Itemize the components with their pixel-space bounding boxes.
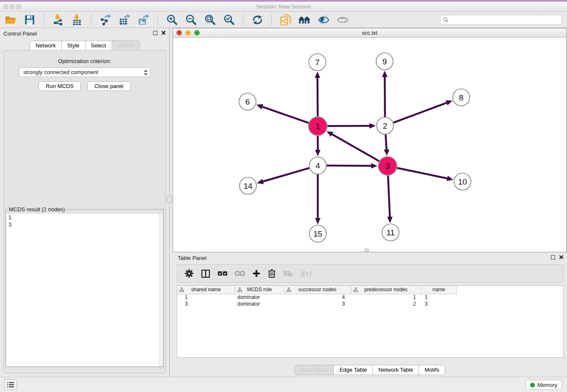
table-cell[interactable]: 4	[284, 294, 351, 301]
hide-panels-icon[interactable]	[317, 14, 330, 26]
task-list-icon	[7, 382, 14, 388]
control-panel-tabs: Network Style Select MCDS	[0, 41, 169, 51]
table-cell[interactable]: dominator	[235, 301, 284, 307]
import-network-icon[interactable]	[52, 14, 64, 26]
settings-icon[interactable]	[185, 269, 193, 278]
float-table-panel-icon[interactable]	[551, 255, 555, 259]
table-cell[interactable]: 1	[351, 294, 421, 301]
vertical-splitter-handle[interactable]	[167, 196, 172, 203]
tab-edge-table[interactable]: Edge Table	[333, 365, 373, 375]
mcds-result-list[interactable]: 13	[6, 214, 163, 366]
graph-node-label: 11	[386, 228, 395, 237]
table-cell[interactable]: 3	[421, 301, 457, 307]
column-header[interactable]: predecessor nodes	[351, 286, 421, 294]
column-header[interactable]: shared name	[177, 286, 235, 294]
memory-status-icon	[530, 383, 535, 387]
network-window-titlebar[interactable]: ✕ − + scc.txt	[173, 28, 566, 38]
table-cell[interactable]: 1	[421, 294, 457, 301]
graph-node-label: 14	[243, 182, 253, 190]
add-row-icon[interactable]	[253, 270, 260, 277]
table-cell[interactable]: 3	[284, 301, 351, 307]
show-network-overview-icon[interactable]	[298, 14, 311, 26]
search-input[interactable]	[450, 17, 559, 23]
open-session-icon[interactable]	[4, 14, 17, 26]
save-session-icon[interactable]	[23, 14, 36, 26]
table-cell[interactable]: dominator	[235, 294, 284, 301]
close-panel-button[interactable]: Close panel	[87, 81, 131, 91]
show-panels-icon[interactable]	[336, 14, 349, 26]
close-panel-icon[interactable]	[161, 30, 166, 35]
graph-edge[interactable]	[261, 107, 309, 123]
tab-select[interactable]: Select	[85, 41, 112, 51]
run-mcds-button[interactable]: Run MCDS	[39, 81, 81, 91]
deselect-all-rows-icon[interactable]	[235, 271, 245, 276]
tab-node-table[interactable]: Node Table	[295, 365, 334, 375]
graph-edge[interactable]	[385, 134, 386, 150]
zoom-selected-icon[interactable]	[223, 14, 235, 26]
memory-label: Memory	[537, 382, 557, 388]
attribute-icon	[179, 287, 184, 292]
graph-node-label: 7	[315, 58, 320, 67]
export-network-icon[interactable]	[99, 14, 112, 26]
memory-button[interactable]: Memory	[526, 380, 562, 390]
result-scrollbar[interactable]	[159, 214, 163, 366]
tab-style[interactable]: Style	[61, 41, 85, 51]
graph-edge-arrowhead	[382, 71, 388, 77]
graph-edge-arrowhead	[369, 123, 376, 129]
graph-node-label: 10	[458, 177, 467, 186]
table-cell[interactable]: 1	[177, 294, 235, 301]
graph-edge[interactable]	[393, 102, 447, 123]
tab-network-table[interactable]: Network Table	[372, 365, 419, 375]
zoom-fit-icon[interactable]	[204, 14, 216, 26]
show-column-icon[interactable]	[201, 270, 210, 278]
network-view-title: scc.txt	[173, 30, 566, 36]
select-all-rows-icon[interactable]	[218, 271, 227, 276]
column-header[interactable]: name	[421, 286, 457, 294]
graph-edge-arrowhead	[387, 217, 393, 223]
graph-edge[interactable]	[385, 76, 385, 117]
search-icon	[443, 17, 449, 22]
column-header[interactable]: MCDS role	[235, 286, 284, 294]
search-field[interactable]	[440, 15, 562, 25]
export-table-icon[interactable]	[118, 14, 131, 26]
import-table-icon[interactable]	[71, 14, 83, 26]
table-toolbar: f(x)	[177, 264, 564, 283]
graph-edge[interactable]	[317, 77, 318, 117]
close-table-panel-icon[interactable]	[559, 255, 564, 259]
refresh-icon[interactable]	[251, 14, 264, 26]
task-history-button[interactable]	[4, 379, 17, 390]
zoom-out-icon[interactable]	[184, 14, 197, 26]
toolbar-separator	[243, 14, 243, 26]
graph-edge-arrowhead	[446, 100, 452, 105]
graph-edge[interactable]	[262, 168, 310, 182]
criterion-dropdown[interactable]: strongly connected component	[19, 67, 151, 77]
export-image-icon[interactable]	[137, 14, 150, 26]
tab-network[interactable]: Network	[30, 41, 62, 51]
tab-motifs[interactable]: Motifs	[418, 365, 445, 375]
horizontal-splitter-handle[interactable]	[364, 248, 369, 252]
network-graph[interactable]: 1234678910111415	[173, 38, 566, 252]
graph-edge[interactable]	[388, 175, 390, 218]
table-row[interactable]: 3dominator323	[177, 301, 457, 307]
toolbar-separator	[91, 14, 91, 26]
graph-edge[interactable]	[327, 126, 370, 126]
zoom-in-icon[interactable]	[165, 14, 178, 26]
graph-node-label: 4	[316, 161, 320, 170]
column-header[interactable]: successor nodes	[284, 286, 351, 294]
duplicate-network-icon[interactable]	[279, 14, 292, 26]
graph-edge[interactable]	[331, 134, 380, 161]
delete-row-icon[interactable]	[268, 269, 275, 278]
graph-edge-arrowhead	[446, 176, 453, 181]
network-canvas[interactable]: 1234678910111415	[173, 38, 566, 252]
float-panel-icon[interactable]	[153, 31, 157, 35]
table-cell[interactable]: 3	[177, 301, 235, 307]
graph-node-label: 9	[383, 57, 387, 66]
graph-node-label: 1	[316, 122, 320, 131]
graph-edge[interactable]	[397, 168, 448, 179]
table-row[interactable]: 1dominator411	[177, 294, 457, 301]
table-cell[interactable]: 2	[351, 301, 421, 307]
app-titlebar: Session: New Session	[0, 2, 567, 12]
tab-mcds[interactable]: MCDS	[112, 41, 140, 51]
graph-edge[interactable]	[326, 166, 372, 166]
delete-table-icon	[284, 270, 293, 277]
